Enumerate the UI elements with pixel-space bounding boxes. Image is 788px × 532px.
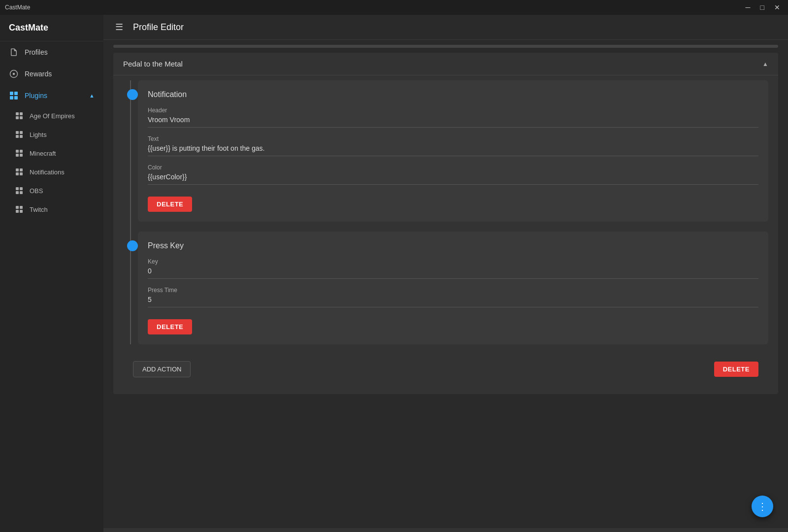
sidebar-label-twitch: Twitch [30, 206, 48, 213]
notification-color-label: Color [148, 164, 758, 171]
notification-title: Notification [148, 90, 758, 99]
notification-text-field: Text {{user}} is putting their foot on t… [148, 135, 758, 156]
sidebar-item-profiles[interactable]: Profiles [0, 41, 103, 63]
sidebar-item-rewards[interactable]: Rewards [0, 63, 103, 85]
content-header: ☰ Profile Editor [103, 15, 788, 40]
sidebar-label-notifications: Notifications [30, 168, 65, 176]
sidebar-label-minecraft: Minecraft [30, 150, 56, 157]
press-key-value[interactable]: 0 [148, 267, 758, 279]
hamburger-button[interactable]: ☰ [113, 21, 125, 33]
svg-point-1 [13, 73, 15, 75]
grid-icon-age [15, 111, 24, 120]
minimize-button[interactable]: ─ [743, 3, 754, 12]
document-icon [9, 47, 19, 57]
press-key-card: Press Key Key 0 Press Time 5 DELETE [138, 232, 768, 344]
content-body: Pedal to the Metal ▲ Notification Head [103, 40, 788, 528]
delete-notification-button[interactable]: DELETE [148, 197, 192, 212]
notification-header-field: Header Vroom Vroom [148, 107, 758, 128]
press-time-label: Press Time [148, 287, 758, 294]
press-key-field: Key 0 [148, 258, 758, 279]
close-button[interactable]: ✕ [771, 3, 783, 12]
notification-text-value[interactable]: {{user}} is putting their foot on the ga… [148, 144, 758, 156]
delete-press-key-button[interactable]: DELETE [148, 319, 192, 334]
sidebar-item-obs[interactable]: OBS [0, 181, 103, 200]
notification-card: Notification Header Vroom Vroom Text {{u… [138, 80, 768, 222]
action-row-notification: Notification Header Vroom Vroom Text {{u… [138, 80, 768, 222]
notification-header-label: Header [148, 107, 758, 114]
press-key-title: Press Key [148, 241, 758, 250]
sidebar-label-age-of-empires: Age Of Empires [30, 112, 75, 120]
notification-color-value[interactable]: {{userColor}} [148, 173, 758, 185]
delete-profile-button[interactable]: DELETE [714, 362, 758, 377]
sidebar-item-minecraft[interactable]: Minecraft [0, 144, 103, 163]
sidebar-item-lights[interactable]: Lights [0, 125, 103, 144]
sidebar-label-lights: Lights [30, 131, 47, 138]
press-time-field: Press Time 5 [148, 287, 758, 307]
grid-icon-notifications [15, 167, 24, 176]
sidebar-item-twitch[interactable]: Twitch [0, 200, 103, 219]
bottom-scrollbar [103, 528, 788, 532]
notification-color-field: Color {{userColor}} [148, 164, 758, 185]
star-icon [9, 69, 19, 79]
press-key-label: Key [148, 258, 758, 265]
sidebar-item-notifications[interactable]: Notifications [0, 163, 103, 181]
profile-section-content: Notification Header Vroom Vroom Text {{u… [113, 75, 778, 394]
grid-icon-twitch [15, 205, 24, 214]
notification-text-label: Text [148, 135, 758, 142]
top-divider [113, 45, 778, 48]
notification-header-value[interactable]: Vroom Vroom [148, 116, 758, 128]
grid-icon-minecraft [15, 149, 24, 158]
window-controls: ─ □ ✕ [743, 3, 783, 12]
titlebar: CastMate ─ □ ✕ [0, 0, 788, 15]
profile-section-title: Pedal to the Metal [123, 60, 183, 68]
add-action-button[interactable]: ADD ACTION [133, 361, 191, 377]
action-row-press-key: Press Key Key 0 Press Time 5 DELETE [138, 232, 768, 344]
app-title: CastMate [5, 4, 30, 11]
timeline-line [130, 80, 131, 344]
sidebar-label-obs: OBS [30, 187, 43, 195]
collapse-icon: ▲ [762, 61, 768, 67]
actions-timeline: Notification Header Vroom Vroom Text {{u… [123, 80, 768, 344]
chevron-up-icon: ▲ [89, 93, 95, 99]
sidebar-logo: CastMate [0, 15, 103, 41]
app-container: CastMate Profiles Rewards Plugins ▲ [0, 15, 788, 532]
profile-section: Pedal to the Metal ▲ Notification Head [113, 53, 778, 394]
grid-icon-lights [15, 130, 24, 139]
page-title: Profile Editor [133, 22, 184, 33]
fab-icon: ⋮ [757, 501, 767, 511]
profile-section-header[interactable]: Pedal to the Metal ▲ [113, 53, 778, 75]
fab-button[interactable]: ⋮ [752, 496, 773, 517]
sidebar-item-age-of-empires[interactable]: Age Of Empires [0, 106, 103, 125]
sidebar-plugins-label: Plugins [25, 92, 47, 100]
maximize-button[interactable]: □ [757, 3, 767, 12]
press-time-value[interactable]: 5 [148, 296, 758, 307]
main-content: ☰ Profile Editor Pedal to the Metal ▲ [103, 15, 788, 532]
sidebar: CastMate Profiles Rewards Plugins ▲ [0, 15, 103, 532]
timeline-dot-2 [127, 240, 138, 251]
plugins-icon [9, 91, 19, 100]
timeline-dot-1 [127, 89, 138, 100]
sidebar-label-profiles: Profiles [25, 48, 48, 56]
bottom-action-bar: ADD ACTION DELETE [123, 354, 768, 384]
sidebar-label-rewards: Rewards [25, 70, 52, 78]
sidebar-plugins-header[interactable]: Plugins ▲ [0, 85, 103, 106]
scroll-spacer [103, 399, 788, 409]
grid-icon-obs [15, 186, 24, 195]
